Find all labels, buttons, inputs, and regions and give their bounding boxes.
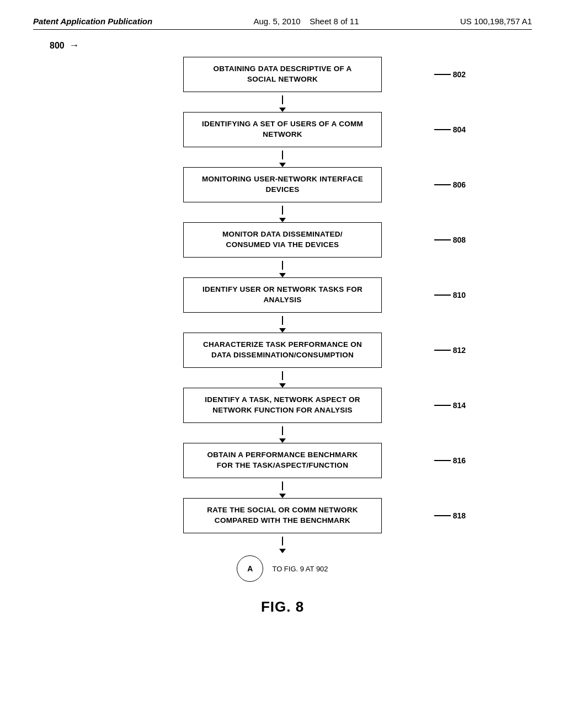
flow-row-804: IDENTIFYING A SET OF USERS OF A COMMNETW… — [33, 112, 532, 147]
label-num-806: 806 — [453, 180, 466, 189]
flow-row-806: MONITORING USER-NETWORK INTERFACEDEVICES… — [33, 167, 532, 202]
arrowhead-1-wrap — [33, 108, 532, 112]
label-num-802: 802 — [453, 70, 466, 79]
flow-row-816: OBTAIN A PERFORMANCE BENCHMARKFOR THE TA… — [33, 443, 532, 478]
step-label-818: 818 — [434, 511, 466, 520]
arrow-802-804 — [33, 92, 532, 108]
label-num-808: 808 — [453, 235, 466, 244]
label-num-810: 810 — [453, 291, 466, 299]
step-label-814: 814 — [434, 401, 466, 410]
label-num-818: 818 — [453, 511, 466, 520]
step-label-810: 810 — [434, 291, 466, 299]
step-text-802: OBTAINING DATA DESCRIPTIVE OF ASOCIAL NE… — [213, 64, 351, 85]
publication-label: Patent Application Publication — [33, 17, 152, 26]
sheet-info: Aug. 5, 2010 Sheet 8 of 11 — [254, 17, 359, 26]
step-box-816: OBTAIN A PERFORMANCE BENCHMARKFOR THE TA… — [183, 443, 382, 478]
flow-row-818: RATE THE SOCIAL OR COMM NETWORKCOMPARED … — [33, 498, 532, 533]
step-text-816: OBTAIN A PERFORMANCE BENCHMARKFOR THE TA… — [207, 450, 358, 471]
step-label-802: 802 — [434, 70, 466, 79]
step-box-804: IDENTIFYING A SET OF USERS OF A COMMNETW… — [183, 112, 382, 147]
arrowhead-1 — [279, 108, 286, 112]
circle-label: A — [247, 564, 253, 573]
step-box-818: RATE THE SOCIAL OR COMM NETWORKCOMPARED … — [183, 498, 382, 533]
date-text: Aug. 5, 2010 — [254, 17, 301, 26]
step-label-806: 806 — [434, 180, 466, 189]
circle-destination: TO FIG. 9 AT 902 — [272, 565, 328, 573]
step-box-812: CHARACTERIZE TASK PERFORMANCE ONDATA DIS… — [183, 333, 382, 368]
step-label-808: 808 — [434, 235, 466, 244]
step-box-806: MONITORING USER-NETWORK INTERFACEDEVICES — [183, 167, 382, 202]
step-text-804: IDENTIFYING A SET OF USERS OF A COMMNETW… — [202, 119, 363, 140]
step-text-812: CHARACTERIZE TASK PERFORMANCE ONDATA DIS… — [203, 340, 362, 361]
label-num-812: 812 — [453, 346, 466, 355]
sheet-text: Sheet 8 of 11 — [310, 17, 359, 26]
label-num-814: 814 — [453, 401, 466, 410]
step-box-802: OBTAINING DATA DESCRIPTIVE OF ASOCIAL NE… — [183, 57, 382, 92]
step-label-804: 804 — [434, 125, 466, 134]
step-text-810: IDENTIFY USER OR NETWORK TASKS FORANALYS… — [202, 285, 363, 306]
flow-row-808: MONITOR DATA DISSEMINATED/CONSUMED VIA T… — [33, 222, 532, 258]
shaft-2 — [282, 151, 283, 159]
step-text-806: MONITORING USER-NETWORK INTERFACEDEVICES — [202, 174, 363, 195]
label-line-802 — [434, 74, 451, 75]
arrow-shaft-1 — [282, 95, 283, 104]
step-box-808: MONITOR DATA DISSEMINATED/CONSUMED VIA T… — [183, 222, 382, 258]
patent-number: US 100,198,757 A1 — [460, 17, 532, 26]
page: Patent Application Publication Aug. 5, 2… — [0, 0, 565, 728]
step-text-814: IDENTIFY A TASK, NETWORK ASPECT ORNETWOR… — [205, 395, 360, 416]
diagram-label: 800 → — [50, 40, 532, 51]
step-box-810: IDENTIFY USER OR NETWORK TASKS FORANALYS… — [183, 277, 382, 313]
arrow-right-icon: → — [69, 40, 79, 51]
arrow-804-806 — [33, 147, 532, 163]
step-label-812: 812 — [434, 346, 466, 355]
figure-label: FIG. 8 — [33, 598, 532, 615]
label-num-816: 816 — [453, 456, 466, 465]
step-box-814: IDENTIFY A TASK, NETWORK ASPECT ORNETWOR… — [183, 388, 382, 423]
label-num-804: 804 — [453, 125, 466, 134]
terminator-row: A TO FIG. 9 AT 902 — [33, 555, 532, 582]
terminator-circle: A — [237, 555, 263, 582]
page-header: Patent Application Publication Aug. 5, 2… — [33, 17, 532, 30]
flow-row-812: CHARACTERIZE TASK PERFORMANCE ONDATA DIS… — [33, 333, 532, 368]
flow-row-814: IDENTIFY A TASK, NETWORK ASPECT ORNETWOR… — [33, 388, 532, 423]
step-text-808: MONITOR DATA DISSEMINATED/CONSUMED VIA T… — [222, 229, 343, 250]
flow-row-810: IDENTIFY USER OR NETWORK TASKS FORANALYS… — [33, 277, 532, 313]
flow-row-802: OBTAINING DATA DESCRIPTIVE OF ASOCIAL NE… — [33, 57, 532, 92]
flowchart: OBTAINING DATA DESCRIPTIVE OF ASOCIAL NE… — [33, 57, 532, 582]
step-text-818: RATE THE SOCIAL OR COMM NETWORKCOMPARED … — [207, 505, 358, 526]
step-label-816: 816 — [434, 456, 466, 465]
